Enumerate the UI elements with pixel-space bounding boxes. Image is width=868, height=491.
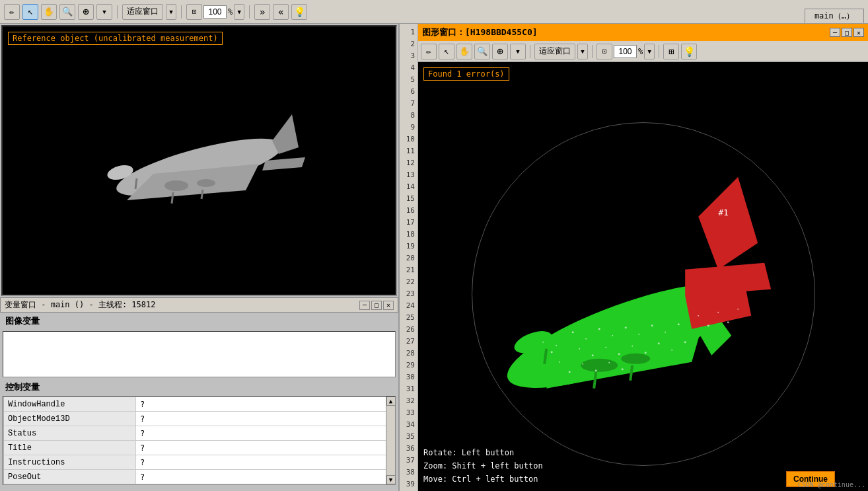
graph-hand-icon[interactable]: ✋ <box>456 44 472 59</box>
svg-point-39 <box>568 371 570 373</box>
control-var-name: Status <box>4 426 136 441</box>
control-var-name: Instructions <box>4 455 136 470</box>
control-vars-header: 控制变量 <box>0 379 398 396</box>
graph-zoom-input[interactable] <box>614 45 637 58</box>
pointer-icon[interactable]: ↖ <box>22 4 38 20</box>
graph-window: 图形窗口：[H198BBD455C0] ─ □ ✕ ✏ ↖ ✋ 🔍 ⊕ ▼ 适应… <box>418 24 868 491</box>
line-number: 33 <box>400 407 417 419</box>
pencil-icon[interactable]: ✏ <box>4 4 20 20</box>
graph-titlebar: 图形窗口：[H198BBD455C0] ─ □ ✕ <box>418 24 868 41</box>
svg-point-34 <box>605 346 606 348</box>
control-var-name: ObjectMode13D <box>4 412 136 426</box>
line-number: 24 <box>400 300 417 312</box>
graph-sep-3 <box>659 45 659 58</box>
graph-fit-dropdown[interactable]: ▼ <box>577 44 588 59</box>
zoom-pct-dropdown[interactable]: ▼ <box>234 4 244 20</box>
graph-fit-window-btn[interactable]: 适应窗口 <box>534 44 575 59</box>
svg-point-23 <box>571 331 573 333</box>
var-window-close[interactable]: ✕ <box>383 301 394 310</box>
line-number: 18 <box>400 229 417 241</box>
zoom-input[interactable] <box>203 5 227 19</box>
graph-zoom-dropdown[interactable]: ▼ <box>510 44 526 59</box>
control-var-row: Title? <box>4 441 395 455</box>
line-number: 29 <box>400 359 417 371</box>
line-number: 15 <box>400 193 417 205</box>
line-number: 4 <box>400 62 417 74</box>
svg-point-41 <box>595 369 597 371</box>
line-number: 38 <box>400 467 417 478</box>
line-number: 30 <box>400 371 417 383</box>
graph-pointer-icon[interactable]: ↖ <box>439 44 454 59</box>
control-var-value: ? <box>136 397 395 412</box>
svg-line-9 <box>135 178 137 189</box>
line-number: 31 <box>400 383 417 395</box>
zoom-in-icon[interactable]: ⊕ <box>78 4 94 20</box>
line-number: 16 <box>400 205 417 217</box>
line-number: 11 <box>400 145 417 157</box>
zoom-box-icon[interactable]: ⊡ <box>186 4 202 20</box>
graph-zoom-in-icon[interactable]: ⊕ <box>492 44 508 59</box>
graph-title-text: 图形窗口：[H198BBD455C0] <box>422 26 538 38</box>
nav-left1[interactable]: « <box>273 4 289 20</box>
graph-layers-icon[interactable]: ⊞ <box>663 44 679 59</box>
control-vars-table-area: WindowHandle?ObjectMode13D?Status?Title?… <box>3 396 396 485</box>
graph-zoom-box-icon[interactable]: ⊡ <box>597 44 612 59</box>
graph-lamp-icon[interactable]: 💡 <box>681 44 697 59</box>
graph-minimize-btn[interactable]: ─ <box>830 28 840 37</box>
graph-magnifier-icon[interactable]: 🔍 <box>474 44 490 59</box>
zoom-instruction: Zoom: Shift + left button <box>423 459 543 472</box>
hand-icon[interactable]: ✋ <box>41 4 57 20</box>
svg-point-49 <box>684 341 686 343</box>
graph-sep-1 <box>530 45 530 58</box>
graph-maximize-btn[interactable]: □ <box>842 28 852 37</box>
svg-point-18 <box>621 353 650 363</box>
zoom-dropdown-arrow[interactable]: ▼ <box>96 4 112 20</box>
svg-point-25 <box>598 328 600 330</box>
var-window-minimize[interactable]: ─ <box>359 301 370 310</box>
fit-window-btn[interactable]: 适应窗口 <box>122 4 163 20</box>
svg-point-6 <box>197 179 215 187</box>
svg-point-47 <box>657 342 659 344</box>
line-number: 34 <box>400 419 417 431</box>
svg-point-51 <box>707 324 709 326</box>
image-view: Reference object (uncalibrated measureme… <box>1 25 397 296</box>
separator-3 <box>249 5 250 19</box>
graph-close-btn[interactable]: ✕ <box>853 28 864 37</box>
magnifier-icon[interactable]: 🔍 <box>59 4 75 20</box>
graph-zoom-pct-group: ⊡ % ▼ <box>597 44 655 59</box>
control-var-value: ? <box>136 455 395 470</box>
rotate-instruction: Rotate: Left button <box>423 446 543 459</box>
svg-point-42 <box>608 361 610 363</box>
svg-point-31 <box>677 323 679 325</box>
svg-point-29 <box>651 324 653 326</box>
lamp-icon[interactable]: 💡 <box>291 4 307 20</box>
var-window-title: 变量窗口 - main () - 主线程: 15812 <box>5 299 156 311</box>
graph-toolbar: ✏ ↖ ✋ 🔍 ⊕ ▼ 适应窗口 ▼ ⊡ % ▼ ⊞ 💡 <box>418 41 868 62</box>
svg-point-36 <box>632 345 633 346</box>
var-window-maximize[interactable]: □ <box>371 301 382 310</box>
line-number: 28 <box>400 348 417 359</box>
control-var-value: ? <box>136 426 395 441</box>
svg-point-33 <box>591 354 593 356</box>
main-tab[interactable]: main（…） <box>805 9 864 23</box>
nav-right1[interactable]: » <box>254 4 270 20</box>
svg-point-26 <box>612 334 613 336</box>
svg-point-54 <box>737 308 739 309</box>
control-var-name: Title <box>4 441 136 455</box>
graph-pencil-icon[interactable]: ✏ <box>421 44 437 59</box>
scroll-up-arrow[interactable]: ▲ <box>386 397 396 406</box>
line-number: 1 <box>400 26 417 38</box>
move-instruction: Move: Ctrl + left button <box>423 472 543 486</box>
svg-marker-14 <box>698 176 758 269</box>
svg-point-32 <box>579 348 580 349</box>
separator-2 <box>181 5 182 19</box>
svg-point-44 <box>542 341 544 342</box>
fit-dropdown-arrow[interactable]: ▼ <box>166 4 176 20</box>
scroll-down-arrow[interactable]: ▼ <box>386 475 396 484</box>
line-number: 36 <box>400 443 417 455</box>
svg-point-52 <box>717 311 719 313</box>
graph-pct-dropdown[interactable]: ▼ <box>644 44 655 59</box>
line-number: 6 <box>400 86 417 98</box>
scroll-bar[interactable]: ▲ ▼ <box>386 397 395 484</box>
var-window: 变量窗口 - main () - 主线程: 15812 ─ □ ✕ 图像变量 控… <box>0 297 398 491</box>
